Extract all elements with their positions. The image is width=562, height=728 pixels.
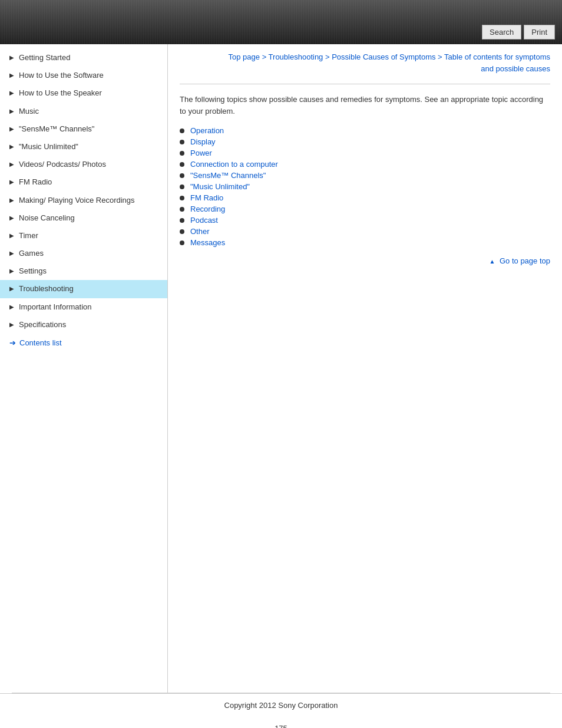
contents-list-link[interactable]: ➔ Contents list [0, 334, 167, 352]
topic-list: OperationDisplayPowerConnection to a com… [180, 126, 550, 247]
bullet-icon [180, 218, 184, 223]
sidebar-item-sensme-channels[interactable]: ▶"SensMe™ Channels" [0, 120, 167, 138]
bullet-icon [180, 229, 184, 234]
breadcrumb-possible-causes[interactable]: Possible Causes of Symptoms [332, 52, 435, 61]
content-intro: The following topics show possible cause… [180, 94, 550, 117]
sidebar-arrow-icon: ▶ [9, 178, 14, 186]
sidebar-item-music[interactable]: ▶Music [0, 103, 167, 120]
sidebar-item-label: Settings [19, 266, 161, 276]
contents-list-label: Contents list [19, 338, 62, 347]
header: Search Print [0, 0, 562, 44]
topic-link-messages[interactable]: Messages [190, 238, 225, 247]
topic-link-other[interactable]: Other [190, 227, 210, 236]
content-divider [180, 84, 550, 84]
sidebar-item-label: Specifications [19, 319, 161, 330]
bullet-icon [180, 173, 184, 178]
sidebar-arrow-icon: ▶ [9, 143, 14, 151]
sidebar-arrow-icon: ▶ [9, 54, 14, 62]
sidebar-item-getting-started[interactable]: ▶Getting Started [0, 49, 167, 67]
go-to-top-link[interactable]: ▲ Go to page top [180, 256, 550, 265]
sidebar-item-how-to-use-software[interactable]: ▶How to Use the Software [0, 67, 167, 84]
topic-link-recording[interactable]: Recording [190, 205, 225, 213]
topic-link-podcast[interactable]: Podcast [190, 216, 218, 225]
sidebar-item-label: FM Radio [19, 177, 161, 187]
sidebar-item-voice-recordings[interactable]: ▶Making/ Playing Voice Recordings [0, 192, 167, 209]
sidebar-item-fm-radio-nav[interactable]: ▶FM Radio [0, 173, 167, 191]
sidebar-item-videos-podcasts[interactable]: ▶Videos/ Podcasts/ Photos [0, 156, 167, 173]
topic-link-connection[interactable]: Connection to a computer [190, 160, 278, 169]
sidebar-item-label: How to Use the Software [19, 70, 161, 81]
sidebar-arrow-icon: ▶ [9, 232, 14, 240]
sidebar-item-music-unlimited-nav[interactable]: ▶"Music Unlimited" [0, 138, 167, 156]
topic-list-item: Power [180, 149, 550, 157]
sidebar-arrow-icon: ▶ [9, 125, 14, 133]
footer: Copyright 2012 Sony Corporation [0, 693, 562, 717]
contents-list-arrow-icon: ➔ [9, 338, 16, 347]
sidebar-item-label: "Music Unlimited" [19, 141, 161, 152]
bullet-icon [180, 129, 184, 133]
bullet-icon [180, 151, 184, 156]
sidebar-arrow-icon: ▶ [9, 89, 14, 97]
sidebar-item-label: Games [19, 248, 161, 259]
topic-link-operation[interactable]: Operation [190, 126, 224, 135]
topic-list-item: Connection to a computer [180, 160, 550, 169]
topic-list-item: FM Radio [180, 193, 550, 202]
sidebar-arrow-icon: ▶ [9, 107, 14, 116]
bullet-icon [180, 207, 184, 212]
bullet-icon [180, 241, 184, 245]
sidebar-item-label: Timer [19, 230, 161, 241]
sidebar-arrow-icon: ▶ [9, 160, 14, 169]
breadcrumb: Top page > Troubleshooting > Possible Ca… [180, 51, 550, 74]
sidebar-item-label: Getting Started [19, 52, 161, 63]
sidebar-item-how-to-use-speaker[interactable]: ▶How to Use the Speaker [0, 84, 167, 102]
main-content: Top page > Troubleshooting > Possible Ca… [168, 44, 562, 693]
sidebar-arrow-icon: ▶ [9, 285, 14, 293]
topic-link-power[interactable]: Power [190, 149, 212, 157]
topic-link-fm-radio[interactable]: FM Radio [190, 193, 223, 202]
sidebar-item-label: Music [19, 106, 161, 117]
go-to-top-label: Go to page top [500, 256, 550, 265]
sidebar: ▶Getting Started▶How to Use the Software… [0, 44, 168, 693]
topic-link-music-unlimited[interactable]: "Music Unlimited" [190, 182, 250, 191]
sidebar-item-troubleshooting-nav[interactable]: ▶Troubleshooting [0, 280, 167, 298]
sidebar-item-label: How to Use the Speaker [19, 88, 161, 98]
bullet-icon [180, 196, 184, 200]
sidebar-arrow-icon: ▶ [9, 267, 14, 275]
sidebar-item-noise-canceling[interactable]: ▶Noise Canceling [0, 209, 167, 227]
sidebar-item-label: Making/ Playing Voice Recordings [19, 195, 161, 206]
sidebar-item-specifications[interactable]: ▶Specifications [0, 316, 167, 334]
sidebar-item-label: Important Information [19, 302, 161, 312]
sidebar-item-timer[interactable]: ▶Timer [0, 227, 167, 245]
sidebar-item-label: "SensMe™ Channels" [19, 124, 161, 134]
topic-list-item: Podcast [180, 216, 550, 225]
page-number: 175 [0, 717, 562, 728]
topic-list-item: "Music Unlimited" [180, 182, 550, 191]
sidebar-arrow-icon: ▶ [9, 196, 14, 205]
bullet-icon [180, 185, 184, 189]
breadcrumb-toc[interactable]: Table of contents for symptomsand possib… [444, 52, 550, 73]
sidebar-item-important-info[interactable]: ▶Important Information [0, 298, 167, 316]
topic-list-item: Display [180, 137, 550, 146]
sidebar-arrow-icon: ▶ [9, 71, 14, 80]
sidebar-arrow-icon: ▶ [9, 303, 14, 311]
breadcrumb-troubleshooting[interactable]: Troubleshooting [269, 52, 323, 61]
topic-link-sensme[interactable]: "SensMe™ Channels" [190, 171, 266, 180]
sidebar-item-games[interactable]: ▶Games [0, 245, 167, 262]
search-button[interactable]: Search [482, 25, 521, 39]
print-button[interactable]: Print [524, 25, 555, 39]
sidebar-item-label: Noise Canceling [19, 213, 161, 223]
topic-list-item: Operation [180, 126, 550, 135]
sidebar-arrow-icon: ▶ [9, 249, 14, 258]
sidebar-arrow-icon: ▶ [9, 214, 14, 222]
topic-link-display[interactable]: Display [190, 137, 216, 146]
sidebar-item-settings[interactable]: ▶Settings [0, 262, 167, 280]
topic-list-item: Recording [180, 205, 550, 213]
bullet-icon [180, 162, 184, 167]
breadcrumb-top[interactable]: Top page [229, 52, 260, 61]
go-to-top-arrow-icon: ▲ [489, 258, 495, 265]
main-layout: ▶Getting Started▶How to Use the Software… [0, 44, 562, 693]
copyright: Copyright 2012 Sony Corporation [224, 701, 338, 710]
topic-list-item: "SensMe™ Channels" [180, 171, 550, 180]
topic-list-item: Other [180, 227, 550, 236]
topic-list-item: Messages [180, 238, 550, 247]
